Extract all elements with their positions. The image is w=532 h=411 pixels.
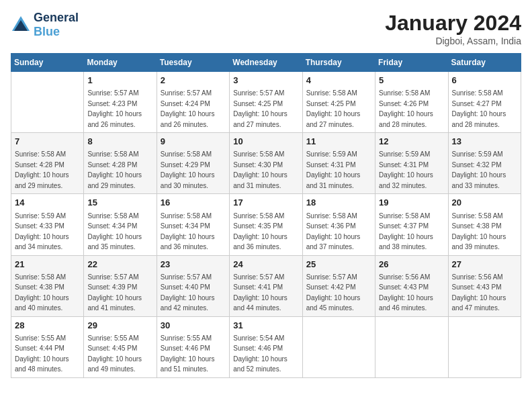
day-info: Sunrise: 5:55 AMSunset: 4:45 PMDaylight:…	[87, 334, 142, 373]
page-header: General Blue January 2024 Digboi, Assam,…	[11, 11, 521, 46]
logo-icon	[11, 15, 31, 35]
calendar-cell: 22Sunrise: 5:57 AMSunset: 4:39 PMDayligh…	[84, 255, 157, 316]
day-number: 23	[161, 259, 226, 271]
day-info: Sunrise: 5:58 AMSunset: 4:37 PMDaylight:…	[379, 212, 433, 251]
day-number: 11	[306, 136, 371, 148]
calendar-cell: 1Sunrise: 5:57 AMSunset: 4:23 PMDaylight…	[84, 72, 157, 133]
day-info: Sunrise: 5:58 AMSunset: 4:34 PMDaylight:…	[87, 212, 142, 251]
day-number: 29	[87, 320, 152, 332]
day-number: 22	[87, 259, 152, 271]
day-number: 3	[233, 75, 298, 87]
day-info: Sunrise: 5:58 AMSunset: 4:26 PMDaylight:…	[379, 89, 433, 128]
day-info: Sunrise: 5:57 AMSunset: 4:25 PMDaylight:…	[233, 89, 287, 128]
day-info: Sunrise: 5:57 AMSunset: 4:23 PMDaylight:…	[87, 89, 142, 128]
day-info: Sunrise: 5:54 AMSunset: 4:46 PMDaylight:…	[233, 334, 287, 373]
calendar-week-row: 7Sunrise: 5:58 AMSunset: 4:28 PMDaylight…	[11, 133, 521, 194]
day-number: 5	[379, 75, 444, 87]
calendar-cell: 3Sunrise: 5:57 AMSunset: 4:25 PMDaylight…	[230, 72, 302, 133]
calendar-cell: 11Sunrise: 5:59 AMSunset: 4:31 PMDayligh…	[302, 133, 375, 194]
day-info: Sunrise: 5:58 AMSunset: 4:27 PMDaylight:…	[452, 89, 506, 128]
calendar-week-row: 14Sunrise: 5:59 AMSunset: 4:33 PMDayligh…	[11, 194, 521, 255]
calendar-cell: 20Sunrise: 5:58 AMSunset: 4:38 PMDayligh…	[448, 194, 521, 255]
calendar-cell: 5Sunrise: 5:58 AMSunset: 4:26 PMDaylight…	[375, 72, 448, 133]
day-number: 28	[15, 320, 80, 332]
day-info: Sunrise: 5:57 AMSunset: 4:39 PMDaylight:…	[87, 273, 142, 312]
day-number: 18	[306, 197, 371, 209]
day-info: Sunrise: 5:59 AMSunset: 4:31 PMDaylight:…	[306, 150, 361, 189]
calendar-header-row: SundayMondayTuesdayWednesdayThursdayFrid…	[11, 54, 521, 72]
calendar-cell: 4Sunrise: 5:58 AMSunset: 4:25 PMDaylight…	[302, 72, 375, 133]
day-number: 17	[233, 197, 298, 209]
calendar-cell: 24Sunrise: 5:57 AMSunset: 4:41 PMDayligh…	[230, 255, 302, 316]
day-number: 26	[379, 259, 444, 271]
day-number: 14	[15, 197, 80, 209]
calendar-cell: 14Sunrise: 5:59 AMSunset: 4:33 PMDayligh…	[11, 194, 84, 255]
calendar-week-row: 28Sunrise: 5:55 AMSunset: 4:44 PMDayligh…	[11, 316, 521, 377]
calendar-cell: 21Sunrise: 5:58 AMSunset: 4:38 PMDayligh…	[11, 255, 84, 316]
day-number: 21	[15, 259, 80, 271]
calendar-cell: 18Sunrise: 5:58 AMSunset: 4:36 PMDayligh…	[302, 194, 375, 255]
column-header-monday: Monday	[84, 54, 157, 72]
calendar-cell: 17Sunrise: 5:58 AMSunset: 4:35 PMDayligh…	[230, 194, 302, 255]
day-number: 10	[233, 136, 298, 148]
calendar-cell: 25Sunrise: 5:57 AMSunset: 4:42 PMDayligh…	[302, 255, 375, 316]
day-info: Sunrise: 5:58 AMSunset: 4:30 PMDaylight:…	[233, 150, 287, 189]
calendar-week-row: 21Sunrise: 5:58 AMSunset: 4:38 PMDayligh…	[11, 255, 521, 316]
calendar-week-row: 1Sunrise: 5:57 AMSunset: 4:23 PMDaylight…	[11, 72, 521, 133]
logo: General Blue	[11, 11, 79, 39]
day-number: 27	[452, 259, 517, 271]
calendar-cell: 15Sunrise: 5:58 AMSunset: 4:34 PMDayligh…	[84, 194, 157, 255]
calendar-cell: 23Sunrise: 5:57 AMSunset: 4:40 PMDayligh…	[157, 255, 229, 316]
day-number: 9	[161, 136, 226, 148]
calendar-cell	[375, 316, 448, 377]
day-info: Sunrise: 5:59 AMSunset: 4:31 PMDaylight:…	[379, 150, 433, 189]
day-number: 12	[379, 136, 444, 148]
day-info: Sunrise: 5:55 AMSunset: 4:46 PMDaylight:…	[161, 334, 215, 373]
calendar-cell: 31Sunrise: 5:54 AMSunset: 4:46 PMDayligh…	[230, 316, 302, 377]
day-number: 6	[452, 75, 517, 87]
column-header-saturday: Saturday	[448, 54, 521, 72]
day-info: Sunrise: 5:58 AMSunset: 4:28 PMDaylight:…	[87, 150, 142, 189]
calendar-cell: 28Sunrise: 5:55 AMSunset: 4:44 PMDayligh…	[11, 316, 84, 377]
calendar-cell: 7Sunrise: 5:58 AMSunset: 4:28 PMDaylight…	[11, 133, 84, 194]
day-number: 15	[87, 197, 152, 209]
day-number: 20	[452, 197, 517, 209]
day-number: 16	[161, 197, 226, 209]
column-header-wednesday: Wednesday	[230, 54, 302, 72]
title-block: January 2024 Digboi, Assam, India	[385, 11, 521, 46]
day-info: Sunrise: 5:58 AMSunset: 4:34 PMDaylight:…	[161, 212, 215, 251]
calendar-cell	[302, 316, 375, 377]
day-info: Sunrise: 5:56 AMSunset: 4:43 PMDaylight:…	[452, 273, 506, 312]
day-number: 7	[15, 136, 80, 148]
column-header-friday: Friday	[375, 54, 448, 72]
day-info: Sunrise: 5:58 AMSunset: 4:38 PMDaylight:…	[15, 273, 69, 312]
calendar-cell: 30Sunrise: 5:55 AMSunset: 4:46 PMDayligh…	[157, 316, 229, 377]
day-info: Sunrise: 5:58 AMSunset: 4:36 PMDaylight:…	[306, 212, 361, 251]
calendar-cell: 27Sunrise: 5:56 AMSunset: 4:43 PMDayligh…	[448, 255, 521, 316]
day-number: 30	[161, 320, 226, 332]
day-info: Sunrise: 5:57 AMSunset: 4:24 PMDaylight:…	[161, 89, 215, 128]
logo-text: General Blue	[34, 11, 79, 39]
day-info: Sunrise: 5:58 AMSunset: 4:25 PMDaylight:…	[306, 89, 361, 128]
location: Digboi, Assam, India	[385, 36, 521, 46]
calendar-table: SundayMondayTuesdayWednesdayThursdayFrid…	[11, 53, 521, 378]
day-info: Sunrise: 5:59 AMSunset: 4:33 PMDaylight:…	[15, 212, 69, 251]
calendar-cell: 2Sunrise: 5:57 AMSunset: 4:24 PMDaylight…	[157, 72, 229, 133]
calendar-cell: 13Sunrise: 5:59 AMSunset: 4:32 PMDayligh…	[448, 133, 521, 194]
column-header-tuesday: Tuesday	[157, 54, 229, 72]
day-number: 31	[233, 320, 298, 332]
calendar-cell: 26Sunrise: 5:56 AMSunset: 4:43 PMDayligh…	[375, 255, 448, 316]
column-header-sunday: Sunday	[11, 54, 84, 72]
calendar-cell: 6Sunrise: 5:58 AMSunset: 4:27 PMDaylight…	[448, 72, 521, 133]
calendar-cell	[11, 72, 84, 133]
day-number: 8	[87, 136, 152, 148]
day-number: 2	[161, 75, 226, 87]
day-number: 4	[306, 75, 371, 87]
day-info: Sunrise: 5:58 AMSunset: 4:29 PMDaylight:…	[161, 150, 215, 189]
calendar-cell: 19Sunrise: 5:58 AMSunset: 4:37 PMDayligh…	[375, 194, 448, 255]
day-info: Sunrise: 5:57 AMSunset: 4:42 PMDaylight:…	[306, 273, 361, 312]
day-info: Sunrise: 5:57 AMSunset: 4:40 PMDaylight:…	[161, 273, 215, 312]
calendar-cell: 8Sunrise: 5:58 AMSunset: 4:28 PMDaylight…	[84, 133, 157, 194]
calendar-cell: 10Sunrise: 5:58 AMSunset: 4:30 PMDayligh…	[230, 133, 302, 194]
calendar-cell: 16Sunrise: 5:58 AMSunset: 4:34 PMDayligh…	[157, 194, 229, 255]
